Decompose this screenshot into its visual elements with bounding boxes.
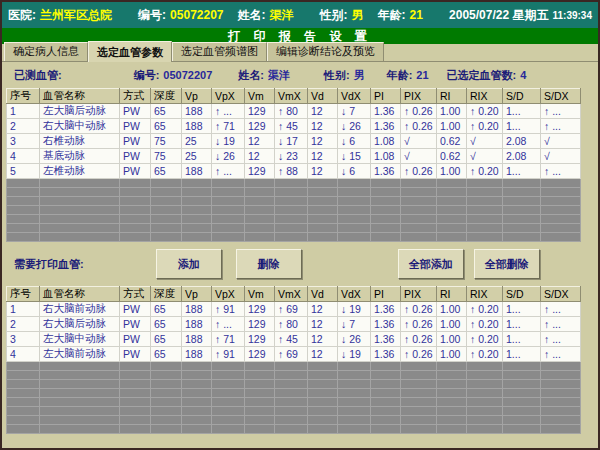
empty-cell [40, 188, 120, 197]
table-cell: ↑ 0.26 [401, 317, 437, 332]
empty-cell [245, 416, 275, 425]
empty-cell [120, 179, 151, 188]
empty-cell [212, 197, 245, 206]
table-cell: 2 [7, 119, 40, 134]
tab-patient-info[interactable]: 确定病人信息 [4, 42, 88, 61]
table-cell: ↑ 0.26 [401, 332, 437, 347]
empty-cell [503, 407, 541, 416]
table-cell: ↑ 69 [275, 347, 308, 362]
empty-cell [151, 362, 182, 371]
table-row[interactable]: 4左大脑前动脉PW65188↑ 91129↑ 6912↓ 191.36↑ 0.2… [7, 347, 581, 362]
table-cell: 右大脑中动脉 [40, 119, 120, 134]
empty-cell [371, 398, 401, 407]
delete-button[interactable]: 删除 [236, 249, 302, 279]
delete-all-button[interactable]: 全部删除 [474, 249, 540, 279]
column-header: PI [371, 287, 401, 302]
empty-row [7, 380, 581, 389]
column-header: 血管名称 [40, 287, 120, 302]
add-button[interactable]: 添加 [156, 249, 222, 279]
empty-cell [401, 398, 437, 407]
table-cell: 基底动脉 [40, 149, 120, 164]
tab-vessel-spectrum[interactable]: 选定血管频谱图 [172, 42, 267, 61]
empty-cell [120, 215, 151, 224]
column-header: RIX [467, 89, 503, 104]
table-row[interactable]: 2右大脑后动脉PW65188↑ ...129↑ 8012↓ 71.36↑ 0.2… [7, 317, 581, 332]
table-cell: 65 [151, 317, 182, 332]
empty-cell [503, 197, 541, 206]
empty-cell [151, 416, 182, 425]
empty-cell [437, 362, 467, 371]
table-cell: 左椎动脉 [40, 164, 120, 179]
empty-cell [401, 233, 437, 242]
table-cell: ↑ 0.26 [401, 164, 437, 179]
column-header: Vp [182, 89, 212, 104]
measured-info-row: 已测血管: 编号: 05072207 姓名: 渠洋 性别: 男 年龄: 21 已… [2, 62, 598, 88]
empty-cell [467, 362, 503, 371]
empty-cell [7, 371, 40, 380]
empty-cell [40, 371, 120, 380]
column-header: S/D [503, 89, 541, 104]
empty-cell [7, 179, 40, 188]
table-cell: ↑ ... [541, 302, 581, 317]
empty-cell [120, 380, 151, 389]
table-cell: ↑ 0.20 [467, 164, 503, 179]
table-row[interactable]: 2右大脑中动脉PW65188↑ 71129↑ 4512↓ 261.36↑ 0.2… [7, 119, 581, 134]
empty-cell [467, 425, 503, 434]
patient-name-value: 渠洋 [270, 7, 294, 24]
table-cell: ↑ 0.26 [401, 104, 437, 119]
column-header: VdX [338, 89, 371, 104]
empty-cell [151, 179, 182, 188]
empty-cell [308, 362, 338, 371]
table-row[interactable]: 4基底动脉PW7525↓ 2612↓ 2312↓ 151.08√0.62√2.0… [7, 149, 581, 164]
table-cell: 1.00 [437, 347, 467, 362]
empty-cell [401, 206, 437, 215]
table-row[interactable]: 1右大脑前动脉PW65188↑ 91129↑ 6912↓ 191.36↑ 0.2… [7, 302, 581, 317]
tab-edit-diagnosis-preview[interactable]: 编辑诊断结论及预览 [267, 42, 384, 61]
table-row[interactable]: 3右椎动脉PW7525↓ 1912↓ 1712↓ 61.08√0.62√2.08… [7, 134, 581, 149]
time-text: 11:39:34 [552, 10, 591, 21]
table-cell: 2.08 [503, 134, 541, 149]
empty-cell [371, 425, 401, 434]
table-cell: 2.08 [503, 149, 541, 164]
empty-cell [503, 206, 541, 215]
table-cell: 25 [182, 134, 212, 149]
table-cell: ↑ 80 [275, 317, 308, 332]
empty-cell [467, 407, 503, 416]
empty-cell [151, 380, 182, 389]
table-cell: ↑ 91 [212, 347, 245, 362]
empty-cell [371, 389, 401, 398]
column-header: 深度 [151, 89, 182, 104]
add-all-button[interactable]: 全部添加 [398, 249, 464, 279]
table-cell: ↑ ... [541, 119, 581, 134]
empty-cell [503, 224, 541, 233]
empty-cell [371, 380, 401, 389]
column-header: S/D [503, 287, 541, 302]
table-row[interactable]: 1左大脑后动脉PW65188↑ ...129↑ 8012↓ 71.36↑ 0.2… [7, 104, 581, 119]
table-cell: ↓ 19 [212, 134, 245, 149]
empty-cell [151, 425, 182, 434]
empty-cell [401, 179, 437, 188]
empty-cell [503, 398, 541, 407]
empty-cell [308, 215, 338, 224]
column-header: RI [437, 89, 467, 104]
empty-cell [120, 188, 151, 197]
empty-cell [401, 380, 437, 389]
table-cell: 129 [245, 332, 275, 347]
table-row[interactable]: 3左大脑中动脉PW65188↑ 71129↑ 4512↓ 261.36↑ 0.2… [7, 332, 581, 347]
empty-cell [308, 389, 338, 398]
table-cell: ↓ 15 [338, 149, 371, 164]
empty-cell [275, 389, 308, 398]
empty-cell [371, 416, 401, 425]
empty-cell [245, 398, 275, 407]
table-row[interactable]: 5左椎动脉PW65188↑ ...129↑ 8812↓ 61.36↑ 0.261… [7, 164, 581, 179]
table-cell: ↓ 26 [338, 332, 371, 347]
column-header: PI [371, 89, 401, 104]
empty-row [7, 398, 581, 407]
empty-cell [338, 206, 371, 215]
table-cell: 3 [7, 134, 40, 149]
column-header: S/DX [541, 89, 581, 104]
table-cell: ↑ 88 [275, 164, 308, 179]
measured-id-value: 05072207 [163, 69, 212, 81]
tab-vessel-parameters[interactable]: 选定血管参数 [88, 41, 172, 62]
empty-cell [308, 188, 338, 197]
